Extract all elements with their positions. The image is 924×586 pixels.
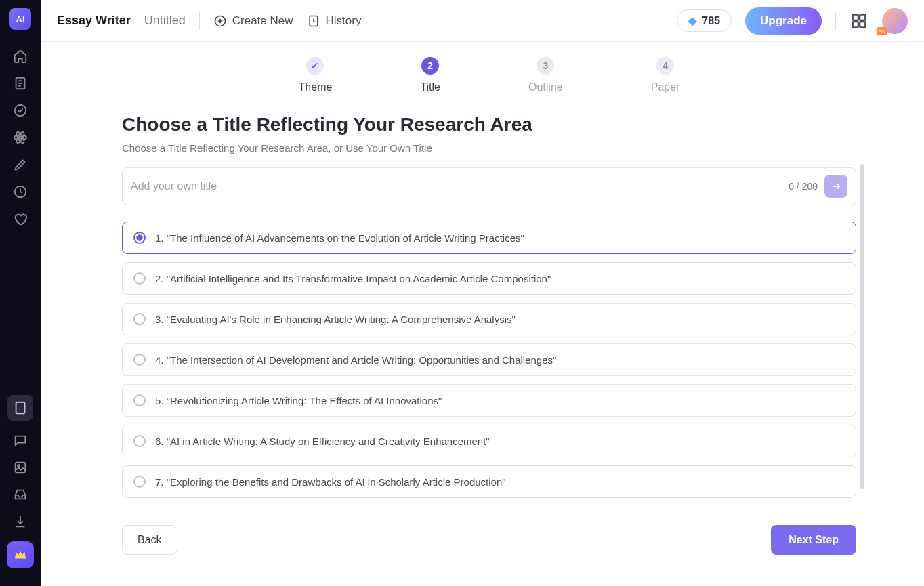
download-icon[interactable]	[13, 514, 28, 529]
svg-point-5	[19, 136, 22, 139]
plus-circle-icon	[213, 14, 227, 28]
image-icon[interactable]	[13, 460, 28, 475]
avatar[interactable]: %	[882, 8, 908, 34]
submit-title-button[interactable]	[824, 175, 847, 198]
radio-icon	[133, 435, 146, 447]
content: ✓Theme2Title3Outline4Paper Choose a Titl…	[41, 42, 924, 586]
title-option[interactable]: 6. "AI in Article Writing: A Study on Ef…	[122, 425, 856, 457]
step-circle: 3	[537, 57, 554, 75]
svg-rect-20	[853, 22, 858, 27]
next-step-button[interactable]: Next Step	[771, 525, 856, 555]
pencil-icon[interactable]	[13, 157, 28, 172]
document-icon[interactable]	[13, 76, 28, 91]
arrow-right-icon	[830, 180, 842, 192]
char-count: 0 / 200	[789, 181, 818, 192]
crown-icon[interactable]	[7, 541, 34, 568]
svg-point-13	[18, 465, 20, 467]
step-outline[interactable]: 3Outline	[528, 57, 563, 93]
avatar-badge: %	[877, 27, 887, 35]
option-text: 2. "Artificial Intelligence and Its Tran…	[155, 273, 551, 285]
title-option[interactable]: 5. "Revolutionizing Article Writing: The…	[122, 384, 856, 417]
apps-grid-icon[interactable]	[849, 12, 868, 30]
svg-point-4	[15, 105, 26, 117]
history-icon[interactable]	[13, 184, 28, 199]
option-text: 4. "The Intersection of AI Development a…	[155, 354, 556, 366]
step-paper[interactable]: 4Paper	[651, 57, 680, 93]
home-icon[interactable]	[13, 49, 28, 64]
title-option[interactable]: 1. "The Influence of AI Advancements on …	[122, 222, 856, 254]
create-new-label: Create New	[232, 14, 293, 28]
svg-rect-21	[860, 22, 865, 27]
option-text: 5. "Revolutionizing Article Writing: The…	[155, 395, 442, 406]
radio-icon	[133, 313, 146, 325]
step-title[interactable]: 2Title	[420, 57, 440, 93]
title-option[interactable]: 2. "Artificial Intelligence and Its Tran…	[122, 262, 856, 295]
step-circle: 4	[656, 57, 674, 75]
step-line	[332, 66, 420, 66]
history-label: History	[326, 14, 362, 28]
radio-icon	[133, 272, 146, 285]
step-circle: ✓	[306, 57, 324, 75]
sidebar: AI	[0, 0, 41, 586]
main: Essay Writer Untitled Create New History…	[41, 0, 924, 586]
svg-rect-19	[860, 14, 865, 20]
step-label: Title	[420, 81, 440, 93]
title-option[interactable]: 4. "The Intersection of AI Development a…	[122, 343, 856, 376]
history-doc-icon	[307, 14, 320, 28]
header: Essay Writer Untitled Create New History…	[41, 0, 924, 42]
upgrade-button[interactable]: Upgrade	[745, 7, 822, 35]
step-line	[563, 66, 651, 66]
app-logo[interactable]: AI	[9, 8, 31, 30]
check-icon[interactable]	[13, 103, 28, 118]
divider	[199, 12, 200, 30]
option-text: 6. "AI in Article Writing: A Study on Ef…	[155, 436, 490, 447]
heart-icon[interactable]	[13, 211, 28, 226]
title-input[interactable]	[131, 180, 782, 192]
footer: Back Next Step	[122, 525, 856, 575]
radio-icon	[133, 354, 146, 366]
history-button[interactable]: History	[307, 14, 362, 28]
steps: ✓Theme2Title3Outline4Paper	[122, 57, 856, 93]
radio-icon	[133, 232, 146, 244]
create-new-button[interactable]: Create New	[213, 14, 293, 28]
title-option[interactable]: 3. "Evaluating AI's Role in Enhancing Ar…	[122, 303, 856, 335]
app-title: Essay Writer	[57, 14, 131, 28]
back-button[interactable]: Back	[122, 525, 177, 555]
page-subheading: Choose a Title Reflecting Your Research …	[122, 142, 856, 154]
step-theme[interactable]: ✓Theme	[299, 57, 333, 93]
credits-value: 785	[702, 15, 720, 27]
divider	[835, 12, 836, 30]
inbox-icon[interactable]	[13, 487, 28, 502]
title-option[interactable]: 7. "Exploring the Benefits and Drawbacks…	[122, 465, 856, 498]
svg-rect-12	[16, 463, 26, 473]
step-line	[440, 66, 528, 66]
radio-icon	[133, 476, 146, 488]
diamond-icon: ◆	[688, 14, 696, 27]
option-text: 3. "Evaluating AI's Role in Enhancing Ar…	[155, 314, 516, 325]
step-label: Theme	[299, 81, 333, 93]
step-label: Paper	[651, 81, 680, 93]
step-label: Outline	[528, 81, 563, 93]
option-text: 1. "The Influence of AI Advancements on …	[155, 232, 524, 244]
step-circle: 2	[421, 57, 439, 75]
book-icon[interactable]	[7, 395, 33, 421]
title-options: 1. "The Influence of AI Advancements on …	[122, 222, 856, 498]
title-input-row: 0 / 200	[122, 167, 856, 205]
radio-icon	[133, 394, 146, 406]
chat-icon[interactable]	[13, 433, 28, 448]
svg-rect-18	[853, 14, 858, 20]
scroll-indicator[interactable]	[860, 164, 864, 489]
option-text: 7. "Exploring the Benefits and Drawbacks…	[155, 476, 506, 488]
page-heading: Choose a Title Reflecting Your Research …	[122, 114, 856, 135]
credits-pill[interactable]: ◆ 785	[677, 9, 732, 32]
svg-rect-10	[16, 402, 25, 414]
atom-icon[interactable]	[13, 130, 28, 145]
doc-title[interactable]: Untitled	[144, 14, 186, 28]
